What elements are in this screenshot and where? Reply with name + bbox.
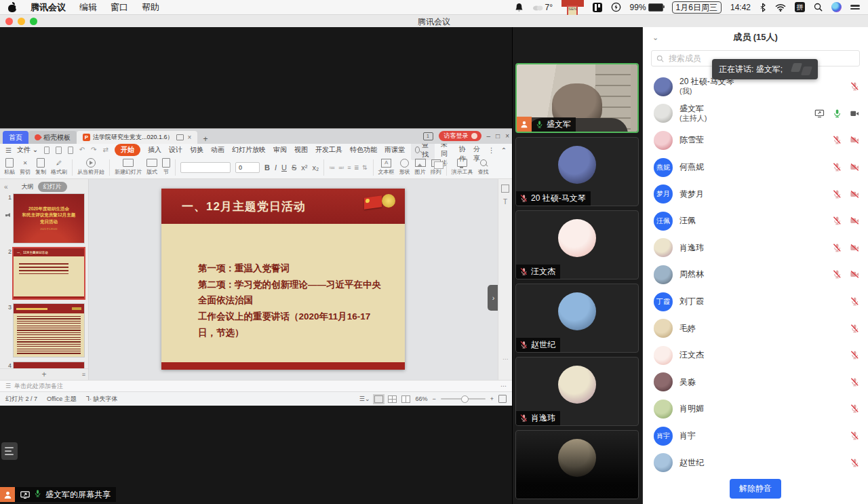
video-tile-盛文军[interactable]: 盛文军 [515,63,639,133]
notification-bell-icon[interactable] [515,3,524,12]
energy-saver-icon[interactable] [611,2,621,12]
slide-counter[interactable]: 幻灯片 2 / 7 [5,395,37,404]
spotlight-search-icon[interactable] [814,3,823,12]
normal-view-button[interactable] [374,395,383,403]
reading-view-button[interactable] [401,395,410,403]
slides-tab[interactable]: 幻灯片 [38,182,67,192]
member-status-icons[interactable] [832,135,860,145]
paste-button[interactable]: 粘贴 [4,159,15,176]
video-tile-汪文杰[interactable]: 汪文杰 [515,210,639,279]
member-row-刘丁霞[interactable]: 丁霞刘丁霞 [643,288,868,315]
member-status-icons[interactable] [832,162,860,172]
wps-menu-6[interactable]: 审阅 [273,145,287,155]
control-center-icon[interactable] [850,5,860,9]
zoom-level[interactable]: 66% [415,395,427,402]
textbox-button[interactable]: A文本框 [378,159,395,176]
wps-menu-2[interactable]: 设计 [169,145,182,155]
theme-name[interactable]: Office 主题 [47,395,77,404]
zoom-slider[interactable] [441,398,486,400]
tab-close-icon[interactable]: × [188,134,192,141]
apple-menu-icon[interactable] [8,2,17,12]
switch-icon[interactable]: ⇄ [102,147,108,153]
new-tab-button[interactable]: + [197,134,213,144]
zoom-slider-knob[interactable] [461,395,469,403]
sidebar-more-icon[interactable]: ⋯ [498,356,512,362]
open-file-icon[interactable] [44,147,50,154]
guest-login-button[interactable]: 访客登录 [439,131,481,141]
member-row-赵世纪[interactable]: 赵世纪 [643,449,868,476]
weather-status[interactable]: 7° [532,3,553,12]
member-status-icons[interactable] [850,458,860,468]
zoom-out-button[interactable]: − [432,395,435,402]
notes-bar[interactable]: ☰ 单击此处添加备注 ⋯ [0,380,512,391]
member-row-吴淼[interactable]: 吴淼 [643,369,868,396]
member-status-icons[interactable] [850,81,860,92]
wps-menu-file[interactable]: 文件 ⌄ [17,145,38,155]
member-row-汪佩[interactable]: 汪佩汪佩 [643,208,868,235]
find-replace-button[interactable]: 查找 [478,159,489,176]
wps-tab-home[interactable]: 首页 [3,131,28,144]
clock-status[interactable]: 14:42 [730,3,751,12]
doc-count-badge[interactable]: 1 [423,132,433,140]
member-status-icons[interactable] [850,324,860,334]
wps-menu-8[interactable]: 开发工具 [315,145,342,155]
text-tool-icon[interactable]: T [498,198,512,206]
video-tile-肖逸玮[interactable]: 肖逸玮 [515,357,639,426]
notes-toggle-icon[interactable]: ☰⌄ [359,395,370,402]
wps-tab-docer[interactable]: 稻壳模板 [28,131,77,144]
member-status-icons[interactable] [814,109,860,119]
underline-button[interactable]: U [281,163,287,172]
slide-thumbnail-3[interactable]: 3 [3,304,84,357]
video-tile-赵世纪[interactable]: 赵世纪 [515,284,639,353]
wps-menu-10[interactable]: 雨课堂 [384,145,405,155]
wps-menu-3[interactable]: 切换 [190,145,203,155]
undo-icon[interactable]: ↶ [79,147,85,153]
menubar-item-help[interactable]: 帮助 [142,1,159,14]
wps-close-button[interactable]: × [505,132,509,140]
wps-menu-start-selected[interactable]: 开始 [115,144,140,156]
subscript-button[interactable]: x₂ [312,163,319,172]
unmute-button[interactable]: 解除静音 [730,479,781,499]
wps-maximize-button[interactable]: □ [496,132,500,140]
input-method-icon[interactable]: 拼 [795,2,805,12]
video-tile-20 社硕-马文琴[interactable]: 20 社硕-马文琴 [515,137,639,206]
print-icon[interactable] [68,147,73,154]
member-row-何燕妮[interactable]: 燕妮何燕妮 [643,154,868,181]
notes-more-icon[interactable]: ⋯ [500,383,507,389]
wps-menu-7[interactable]: 视图 [294,145,308,155]
strikethrough-button[interactable]: S [292,163,296,172]
format-painter-button[interactable]: 🖉格式刷 [51,159,67,176]
wps-more-icon[interactable]: ⋮ [488,147,495,154]
wps-menu-9[interactable]: 特色功能 [350,145,377,155]
member-row-陈雪莹[interactable]: 陈雪莹 [643,127,868,154]
wps-minimize-button[interactable]: – [487,132,491,140]
wps-menu-4[interactable]: 动画 [211,145,224,155]
fit-slide-button[interactable] [498,395,507,403]
member-row-周然林[interactable]: 周然林 [643,261,868,288]
cut-button[interactable]: ✕剪切 [20,159,31,176]
member-status-icons[interactable] [832,216,860,226]
new-slide-button[interactable]: 新建幻灯片 [115,159,142,176]
bold-button[interactable]: B [264,163,270,172]
slide-thumbnail-1[interactable]: 1 2020年度组织生活会 和民主评议党员暨12月主题 党日活动 2021年1月… [3,194,84,243]
presentation-tools-button[interactable]: 演示工具 [452,159,473,176]
member-status-icons[interactable] [850,377,860,387]
video-tile-partial[interactable] [515,430,639,499]
member-status-icons[interactable] [850,296,860,307]
font-name-box[interactable] [180,162,231,173]
wps-menu-5[interactable]: 幻灯片放映 [232,145,266,155]
superscript-button[interactable]: x² [301,163,307,172]
missing-fonts-warning[interactable]: Ꞁ· 缺失字体 [86,395,118,404]
copy-button[interactable]: 复制 [35,159,46,176]
wifi-icon[interactable] [775,3,786,12]
font-size-box[interactable]: 0 [235,162,260,173]
zoom-in-button[interactable]: + [490,395,494,402]
menubar-item-window[interactable]: 窗口 [111,1,128,14]
add-slide-button[interactable]: + [41,370,46,379]
member-row-肖宇[interactable]: 肖宇肖宇 [643,423,868,450]
italic-button[interactable]: I [275,163,277,172]
current-slide[interactable]: 一、12月主题党日活动 第一项：重温入党誓词 第二项：学习党的创新理论——习近平… [161,189,405,370]
selection-pane-icon[interactable] [501,185,509,193]
member-row-黄梦月[interactable]: 梦月黄梦月 [643,180,868,208]
member-row-肖逸玮[interactable]: 肖逸玮 [643,235,868,262]
